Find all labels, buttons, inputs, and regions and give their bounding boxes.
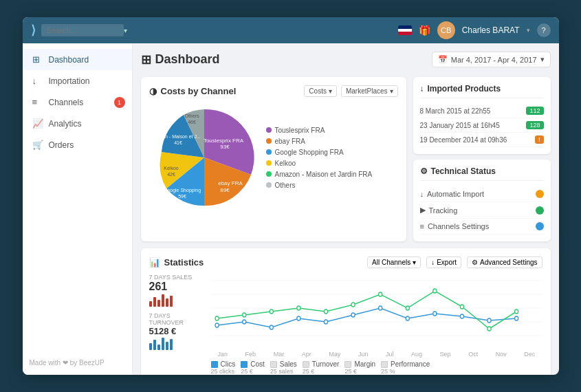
analytics-icon: 📈 (32, 118, 43, 129)
sidebar-item-label: Dashboard (49, 55, 89, 65)
page-header: ⊞ Dashboard 📅 Mar 4, 2017 - Apr 4, 2017 … (141, 52, 551, 67)
sales-mini-chart (149, 293, 204, 307)
sidebar-item-channels[interactable]: ≡ Channels 1 (23, 91, 132, 113)
sidebar-item-orders[interactable]: 🛒 Orders (23, 134, 132, 155)
svg-point-33 (324, 309, 327, 314)
chart-column: Jan Feb Mar Apr May Jun Jul Aug Sep Oct … (211, 274, 542, 375)
legend-item-touslesprix: Touslesprix FRA (266, 127, 373, 134)
legend-sq (270, 361, 277, 368)
svg-point-28 (514, 316, 518, 320)
right-panel: ↓ Imported Products 8 March 2015 at 22h5… (413, 77, 551, 241)
svg-text:46€: 46€ (188, 120, 196, 124)
imported-products-card: ↓ Imported Products 8 March 2015 at 22h5… (413, 77, 551, 154)
svg-point-37 (432, 289, 436, 293)
mini-bar (162, 294, 164, 307)
main-layout: ⊞ Dashboard ↓ Importation ≡ Channels 1 📈… (23, 43, 559, 375)
svg-point-21 (324, 320, 327, 324)
stats-title: 📊 Statistics (149, 257, 204, 268)
legend-item-ebay: ebay FRA (266, 138, 373, 145)
legend-turnover: Turnover 25 € (303, 360, 340, 375)
content-area: ⊞ Dashboard 📅 Mar 4, 2017 - Apr 4, 2017 … (133, 43, 559, 375)
legend-sq (344, 361, 351, 368)
svg-point-40 (514, 309, 518, 314)
settings-icon: ⚙ (472, 259, 478, 266)
imported-item-3: 19 December 2014 at 09h36 ! (420, 133, 544, 147)
svg-point-20 (296, 316, 300, 320)
importation-icon: ↓ (32, 76, 43, 86)
pie-chart: Touslesprix FRA 93€ ebay FRA 89€ Google … (149, 102, 259, 213)
svg-text:Kelkoo: Kelkoo (164, 166, 179, 171)
turnover-label: 7 DAYS TURNOVER (149, 312, 204, 326)
kpi-panel: 7 DAYS SALES 261 (149, 274, 204, 375)
svg-text:ebay FRA: ebay FRA (218, 180, 243, 186)
svg-text:41€: 41€ (174, 140, 182, 145)
advanced-settings-button[interactable]: ⚙ Advanced Settings (467, 257, 542, 268)
import-badge-1: 112 (526, 107, 543, 115)
gear-icon: ⚙ (420, 166, 428, 176)
all-channels-chevron-icon: ▾ (413, 259, 416, 266)
sidebar-item-label: Importation (49, 76, 90, 86)
sidebar-item-dashboard[interactable]: ⊞ Dashboard (23, 49, 132, 70)
legend-performance: Performance 25 % (381, 360, 430, 375)
svg-point-18 (242, 320, 245, 324)
costs-card: ◑ Costs by Channel Costs ▾ MarketPlaces … (141, 77, 406, 241)
costs-card-header: ◑ Costs by Channel Costs ▾ MarketPlaces … (149, 85, 398, 97)
all-channels-filter[interactable]: All Channels ▾ (367, 257, 421, 268)
app-logo: ⟩ (31, 23, 36, 38)
svg-point-34 (351, 303, 354, 307)
svg-point-23 (378, 306, 382, 310)
svg-point-36 (406, 306, 409, 310)
svg-text:Google Shopping: Google Shopping (163, 188, 200, 193)
imported-item-1: 8 March 2015 at 22h55 112 (420, 104, 544, 118)
export-button[interactable]: ↓ Export (426, 257, 461, 268)
svg-point-24 (406, 316, 409, 320)
imported-item-2: 23 January 2015 at 16h45 128 (420, 118, 544, 133)
svg-text:42€: 42€ (167, 172, 175, 177)
chart-legend-row: Clics 25 clicks Cost 25 € (211, 360, 542, 375)
svg-point-39 (487, 327, 490, 331)
statistics-card: 📊 Statistics All Channels ▾ ↓ Export (141, 248, 551, 375)
channels-settings-icon: ≡ (420, 222, 424, 230)
svg-point-31 (270, 309, 273, 314)
help-button[interactable]: ? (537, 23, 551, 37)
technical-status-card: ⚙ Technical Status ↓ Automatic Import ▶ … (413, 160, 551, 241)
gift-icon[interactable]: 🎁 (419, 25, 430, 36)
language-flag-icon[interactable] (398, 25, 412, 35)
sidebar-item-importation[interactable]: ↓ Importation (23, 70, 132, 91)
user-menu-chevron-icon[interactable]: ▾ (527, 27, 530, 34)
channels-icon: ≡ (32, 97, 43, 107)
pie-chart-icon: ◑ (149, 86, 157, 96)
legend-dot (266, 149, 272, 155)
svg-point-32 (296, 306, 300, 310)
legend-sq (303, 361, 309, 368)
status-indicator-green (536, 206, 544, 215)
marketplaces-chevron-icon: ▾ (390, 87, 393, 95)
sales-value: 261 (149, 281, 204, 293)
made-with-label: Made with ❤ by BeezUP (30, 359, 105, 367)
pie-legend: Touslesprix FRA ebay FRA Google Shopping… (266, 102, 373, 213)
svg-point-35 (378, 292, 382, 296)
marketplaces-filter-button[interactable]: MarketPlaces ▾ (341, 85, 398, 97)
sidebar-item-label: Orders (49, 140, 74, 150)
imported-products-title: ↓ Imported Products (420, 84, 544, 98)
mini-bar (149, 301, 152, 307)
sidebar-item-label: Analytics (49, 119, 82, 129)
legend-sq (381, 361, 388, 368)
costs-card-filters: Costs ▾ MarketPlaces ▾ (304, 85, 397, 97)
user-name[interactable]: Charles BARAT (462, 25, 520, 35)
mini-bar (170, 339, 173, 350)
svg-text:89€: 89€ (220, 187, 230, 193)
svg-point-26 (460, 314, 463, 318)
svg-point-27 (487, 318, 490, 323)
line-chart (211, 274, 542, 349)
sidebar-item-analytics[interactable]: 📈 Analytics (23, 113, 132, 134)
date-picker[interactable]: 📅 Mar 4, 2017 - Apr 4, 2017 ▾ (432, 52, 551, 67)
titlebar-search-input[interactable] (41, 24, 124, 36)
titlebar-dropdown-icon[interactable]: ▾ (124, 27, 127, 34)
legend-sq (241, 361, 248, 368)
status-indicator-orange (536, 190, 544, 198)
costs-filter-button[interactable]: Costs ▾ (304, 85, 337, 97)
svg-text:Touslesprix FRA: Touslesprix FRA (203, 138, 243, 144)
legend-item-google: Google Shopping FRA (266, 149, 373, 156)
sidebar: ⊞ Dashboard ↓ Importation ≡ Channels 1 📈… (23, 43, 133, 375)
